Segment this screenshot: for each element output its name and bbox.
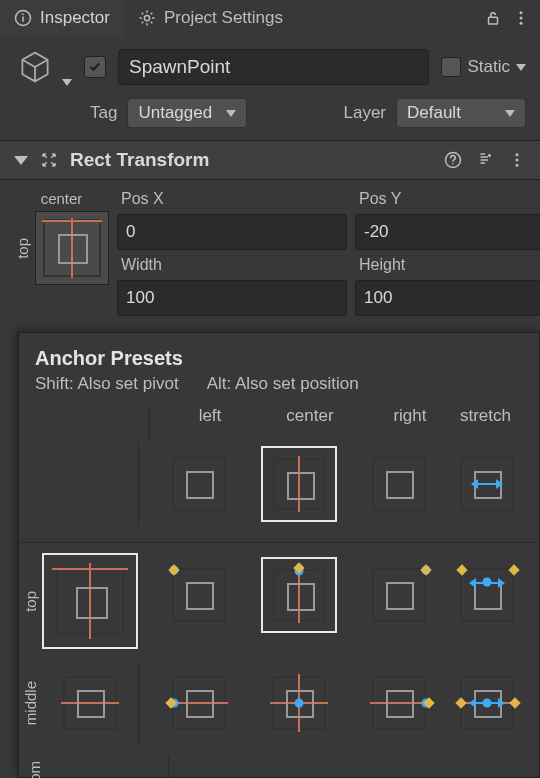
anchor-presets-title: Anchor Presets (19, 347, 539, 374)
help-icon[interactable] (444, 151, 462, 169)
svg-point-5 (520, 11, 523, 14)
preset-top-center[interactable] (261, 557, 337, 633)
tab-inspector-label: Inspector (40, 8, 110, 28)
preset-middle-left[interactable] (161, 665, 237, 741)
preset-middle-center[interactable] (261, 665, 337, 741)
pos-y-input[interactable] (355, 214, 540, 250)
component-title: Rect Transform (70, 149, 432, 171)
pos-x-input[interactable] (117, 214, 347, 250)
gameobject-icon[interactable] (14, 46, 56, 88)
kebab-icon[interactable] (508, 151, 526, 169)
gameobject-name-input[interactable] (118, 49, 429, 85)
tag-label: Tag (90, 103, 117, 123)
preset-none-left[interactable] (161, 446, 237, 522)
preset-top-right[interactable] (361, 557, 437, 633)
tab-project-settings-label: Project Settings (164, 8, 283, 28)
anchor-presets-popup: Anchor Presets Shift: Also set pivot Alt… (18, 332, 540, 778)
preset-middle-stretch[interactable] (449, 665, 525, 741)
height-input[interactable] (355, 280, 540, 316)
svg-point-3 (144, 15, 149, 20)
svg-point-6 (520, 17, 523, 20)
preset-icon[interactable] (476, 151, 494, 169)
anchor-h-label: center (41, 190, 83, 207)
svg-rect-4 (489, 17, 498, 24)
tab-project-settings[interactable]: Project Settings (124, 0, 297, 36)
checkmark-icon (88, 60, 102, 74)
pos-y-label: Pos Y (355, 190, 540, 208)
row-middle: middle (22, 677, 39, 729)
layer-value: Default (407, 103, 461, 123)
preset-top-stretch[interactable] (449, 557, 525, 633)
pos-x-label: Pos X (117, 190, 347, 208)
chevron-down-icon (226, 110, 236, 117)
svg-point-9 (516, 153, 519, 156)
preset-none-stretch[interactable] (449, 446, 525, 522)
row-top: top (22, 587, 39, 616)
svg-point-7 (520, 22, 523, 25)
info-icon (14, 9, 32, 27)
hint-shift: Shift: Also set pivot (35, 374, 179, 394)
preset-current[interactable] (42, 553, 138, 649)
height-label: Height (355, 256, 540, 274)
tag-value: Untagged (138, 103, 212, 123)
static-label: Static (467, 57, 510, 77)
lock-open-icon[interactable] (484, 9, 502, 27)
gameobject-icon-dropdown[interactable] (62, 79, 72, 86)
svg-point-11 (516, 164, 519, 167)
anchor-preset-button[interactable] (35, 211, 109, 285)
tab-inspector[interactable]: Inspector (0, 0, 124, 36)
layer-label: Layer (343, 103, 386, 123)
col-stretch: stretch (460, 406, 529, 436)
preset-none-right[interactable] (361, 446, 437, 522)
preset-none-center[interactable] (261, 446, 337, 522)
col-left: left (160, 406, 260, 436)
preset-middle-blank[interactable] (52, 665, 128, 741)
preset-top-left[interactable] (161, 557, 237, 633)
kebab-icon[interactable] (512, 9, 530, 27)
chevron-down-icon (505, 110, 515, 117)
static-checkbox[interactable] (441, 57, 461, 77)
svg-rect-1 (22, 17, 24, 22)
gear-icon (138, 9, 156, 27)
anchor-v-label: top (14, 236, 31, 261)
static-dropdown[interactable] (516, 64, 526, 71)
preset-middle-right[interactable] (361, 665, 437, 741)
enabled-checkbox[interactable] (84, 56, 106, 78)
component-foldout[interactable] (14, 156, 28, 165)
width-input[interactable] (117, 280, 347, 316)
width-label: Width (117, 256, 347, 274)
hint-alt: Alt: Also set position (207, 374, 359, 394)
svg-rect-2 (22, 14, 24, 16)
layer-dropdown[interactable]: Default (396, 98, 526, 128)
col-center: center (260, 406, 360, 436)
col-right: right (360, 406, 460, 436)
tag-dropdown[interactable]: Untagged (127, 98, 247, 128)
svg-point-10 (516, 159, 519, 162)
expand-icon[interactable] (40, 151, 58, 169)
row-bottom: tom (26, 757, 43, 778)
